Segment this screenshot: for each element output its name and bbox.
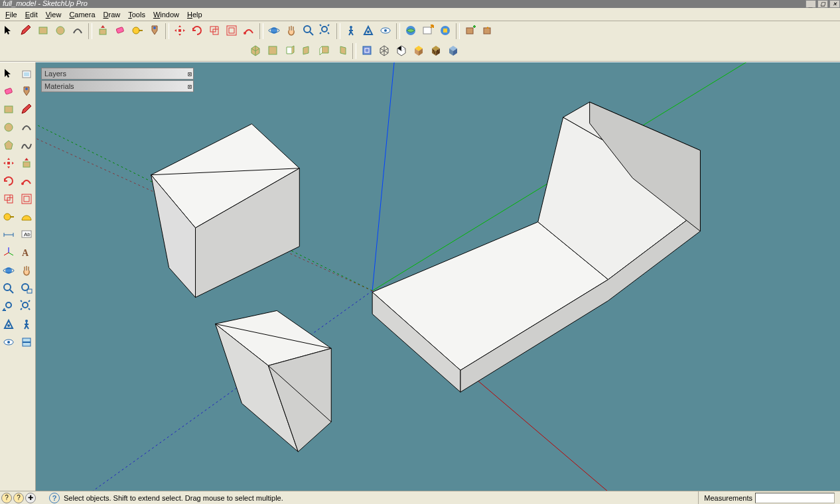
zoom-tool-button[interactable] <box>300 23 317 40</box>
eraser-tool-button[interactable] <box>111 23 129 40</box>
pan-tool-button[interactable] <box>283 23 300 40</box>
position-tool-button[interactable] <box>360 23 377 40</box>
select-tool-button[interactable] <box>1 66 17 82</box>
tape-tool-button[interactable] <box>1 209 17 225</box>
pan-tool-button[interactable] <box>19 263 35 279</box>
zoom-tool-button[interactable] <box>1 281 17 297</box>
move-tool-button[interactable] <box>1 155 17 172</box>
walk-tool-button[interactable] <box>342 23 360 40</box>
window-close-button[interactable]: × <box>829 0 840 8</box>
circle-tool-button[interactable] <box>52 23 69 40</box>
zoom-extents-tool-button[interactable] <box>19 298 35 315</box>
right-tool-button[interactable] <box>299 42 316 60</box>
shape-ramp[interactable] <box>372 102 700 392</box>
front-tool-button[interactable] <box>281 42 299 60</box>
back-tool-button[interactable] <box>316 42 333 60</box>
polygon-tool-button[interactable] <box>1 137 17 154</box>
preview-ge-tool-button[interactable] <box>479 23 496 40</box>
add-location-tool-button[interactable] <box>462 23 479 40</box>
followme-tool-button[interactable] <box>19 173 35 190</box>
menu-help[interactable]: Help <box>183 9 206 20</box>
text-tool-button[interactable]: Ab <box>19 227 35 243</box>
rotate-tool-button[interactable] <box>188 23 206 40</box>
section-tool-button[interactable] <box>19 334 35 351</box>
svg-point-66 <box>25 320 28 322</box>
offset-tool-button[interactable] <box>19 191 35 208</box>
window-maximize-button[interactable]: □ <box>817 0 828 8</box>
rotate-tool-button[interactable] <box>1 173 17 190</box>
xray-tool-button[interactable] <box>358 42 376 60</box>
svg-rect-38 <box>5 106 13 113</box>
mono-tool-button[interactable] <box>445 42 462 60</box>
materials-panel-title: Materials <box>44 82 74 90</box>
status-credits-icon[interactable]: ? <box>13 493 24 503</box>
share-tool-button[interactable] <box>419 23 437 40</box>
measurements-input[interactable] <box>755 493 835 503</box>
get-models-tool-button[interactable] <box>402 23 419 40</box>
materials-panel[interactable]: Materials ⊠ <box>41 80 194 92</box>
left-tool-button[interactable] <box>333 42 350 60</box>
orbit-tool-button[interactable] <box>1 263 17 279</box>
shaded-tex-tool-button[interactable] <box>427 42 445 60</box>
pushpull-tool-button[interactable] <box>19 155 35 172</box>
look-tool-button[interactable] <box>377 23 394 40</box>
wire-tool-button[interactable] <box>376 42 393 60</box>
zoom-extents-tool-button[interactable] <box>317 23 334 40</box>
tape-tool-button[interactable] <box>129 23 146 40</box>
line-tool-button[interactable] <box>19 101 35 118</box>
window-minimize-button[interactable]: _ <box>805 0 816 8</box>
shaded-tool-button[interactable] <box>410 42 427 60</box>
menu-draw[interactable]: Draw <box>100 9 125 20</box>
dimension-tool-button[interactable] <box>1 227 17 243</box>
menu-file[interactable]: File <box>1 9 21 20</box>
menu-edit[interactable]: Edit <box>21 9 42 20</box>
scale-tool-button[interactable] <box>1 191 17 208</box>
previous-tool-button[interactable] <box>1 298 17 315</box>
freehand-tool-button[interactable] <box>19 137 35 154</box>
select-tool-button[interactable] <box>0 23 17 40</box>
walk-tool-button[interactable] <box>19 316 35 333</box>
status-claim-icon[interactable]: ✚ <box>25 493 36 503</box>
zoom-window-tool-button[interactable] <box>19 281 35 297</box>
look-tool-button[interactable] <box>1 334 17 351</box>
arc-tool-button[interactable] <box>19 119 35 136</box>
rectangle-tool-button[interactable] <box>1 101 17 118</box>
top-tool-button[interactable] <box>264 42 281 60</box>
offset-tool-button[interactable] <box>223 23 240 40</box>
3dwarehouse-tool-button[interactable] <box>437 23 454 40</box>
pencil-tool-button[interactable] <box>17 23 35 40</box>
shape-wedge[interactable] <box>215 310 331 452</box>
shape-cube[interactable] <box>151 124 300 298</box>
paint-tool-button[interactable] <box>19 84 35 100</box>
paint-tool-button[interactable] <box>146 23 163 40</box>
menu-view[interactable]: View <box>42 9 66 20</box>
scale-tool-button[interactable] <box>206 23 223 40</box>
layers-panel[interactable]: Layers ⊠ <box>41 68 194 80</box>
top-icon <box>266 44 279 58</box>
component-tool-button[interactable] <box>19 66 35 82</box>
menu-tools[interactable]: Tools <box>124 9 149 20</box>
status-geo-icon[interactable]: ? <box>1 493 12 503</box>
arc-tool-button[interactable] <box>69 23 86 40</box>
axes-tool-button[interactable] <box>1 245 17 261</box>
pushpull-tool-button[interactable] <box>94 23 111 40</box>
3dtext-tool-button[interactable]: A <box>19 245 35 261</box>
hidden-tool-button[interactable] <box>393 42 410 60</box>
materials-panel-close[interactable]: ⊠ <box>188 82 192 92</box>
eraser-tool-button[interactable] <box>1 84 17 100</box>
iso-tool-button[interactable] <box>247 42 264 60</box>
orbit-tool-button[interactable] <box>265 23 283 40</box>
circle-tool-button[interactable] <box>1 119 17 136</box>
orbit-icon <box>2 264 15 279</box>
menu-window[interactable]: Window <box>149 9 183 20</box>
rectangle-tool-button[interactable] <box>35 23 52 40</box>
model-viewport[interactable] <box>36 62 840 504</box>
status-hint-text: Select objects. Shift to extend select. … <box>64 494 283 502</box>
protractor-tool-button[interactable] <box>19 209 35 225</box>
follow-tool-button[interactable] <box>240 23 257 40</box>
move-tool-button[interactable] <box>171 23 188 40</box>
layers-panel-close[interactable]: ⊠ <box>188 69 192 80</box>
menu-camera[interactable]: Camera <box>65 9 99 20</box>
position-tool-button[interactable] <box>1 316 17 333</box>
pushpull-icon <box>96 24 109 38</box>
